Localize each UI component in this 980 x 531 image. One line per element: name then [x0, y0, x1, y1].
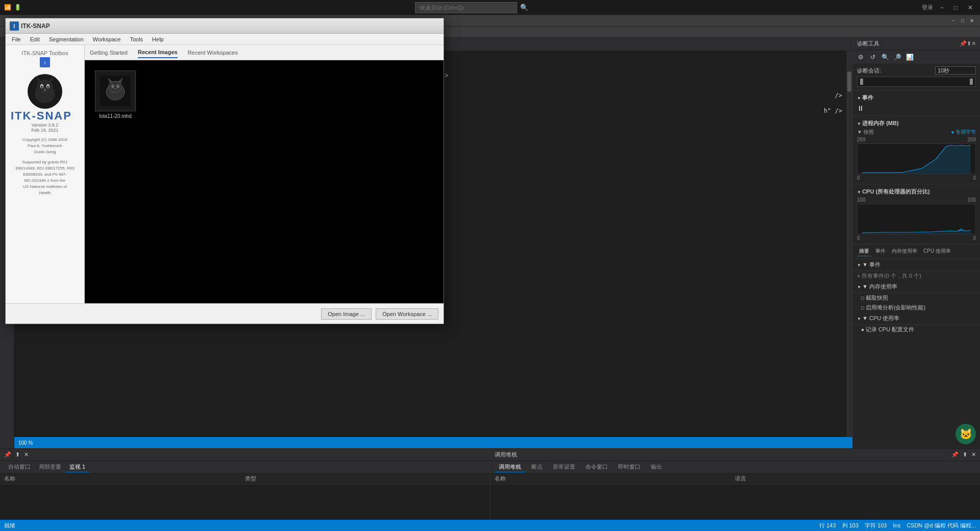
- taskbar-left: 📶 🔋: [4, 4, 21, 11]
- itk-menu-edit[interactable]: Edit: [26, 35, 44, 43]
- itk-close-btn[interactable]: ✕: [428, 20, 439, 32]
- login-label: 登录: [922, 4, 933, 11]
- auto-window-pin[interactable]: 📌: [4, 451, 11, 458]
- diag-events-title[interactable]: 事件: [857, 92, 976, 103]
- itk-tab-getting-started[interactable]: Getting Started: [90, 47, 128, 58]
- diag-pin-icon[interactable]: 📌: [960, 40, 967, 47]
- diag-zoomin-btn[interactable]: 🔍: [879, 52, 891, 63]
- callstack-pin[interactable]: 📌: [951, 451, 959, 458]
- diag-tab-events[interactable]: 事件: [873, 247, 888, 256]
- recent-image-item[interactable]: lola11-20.mhd: [95, 70, 136, 119]
- itk-menu-workspace[interactable]: Workspace: [89, 35, 125, 43]
- diag-memory-labels-top: 269 269: [857, 137, 976, 142]
- vs-maximize-btn[interactable]: □: [959, 17, 967, 25]
- open-image-btn[interactable]: Open Image ...: [321, 308, 372, 320]
- diag-memory-title[interactable]: 进程内存 (MB): [857, 118, 976, 129]
- code-scrollbar[interactable]: [846, 51, 852, 437]
- diag-mem-item2[interactable]: 启用堆分析(会影响性能): [853, 303, 980, 312]
- itk-menu-tools[interactable]: Tools: [126, 35, 147, 43]
- diag-cpu-title[interactable]: CPU (所有处理器的百分比): [857, 186, 976, 197]
- tab-auto[interactable]: 自动窗口: [4, 462, 35, 472]
- itk-date: Feb 19, 2021: [11, 128, 79, 133]
- svg-text:I: I: [44, 60, 46, 65]
- maximize-button[interactable]: □: [951, 3, 961, 12]
- itk-tab-recent-images[interactable]: Recent Images: [138, 47, 178, 58]
- diag-cpu-chart: [857, 204, 976, 234]
- itk-window-buttons[interactable]: − □ ✕: [404, 20, 439, 32]
- diag-float-icon[interactable]: ⬆: [967, 40, 971, 47]
- quick-launch-input[interactable]: [415, 2, 517, 13]
- auto-window-close[interactable]: ✕: [24, 451, 29, 458]
- tab-exception-settings[interactable]: 异常设置: [549, 462, 579, 472]
- tab-breakpoints[interactable]: 断点: [527, 462, 547, 472]
- itk-toolbox-label: ITK-SNAP Toolbox: [11, 50, 79, 56]
- diag-memory-labels-bottom: 0 0: [857, 175, 976, 181]
- itk-tab-recent-workspaces[interactable]: Recent Workspaces: [188, 47, 238, 58]
- tab-command-window[interactable]: 命令窗口: [581, 462, 612, 472]
- diag-cpu-label[interactable]: ▼ CPU 使用率: [853, 312, 980, 325]
- close-button[interactable]: ✕: [965, 3, 976, 12]
- mem-val-top-right: 269: [967, 137, 976, 142]
- zoom-bar: 100 %: [14, 437, 852, 448]
- open-workspace-btn[interactable]: Open Workspace ...: [376, 308, 438, 320]
- itk-menu-file[interactable]: File: [8, 35, 25, 43]
- vs-statusbar: 就绪 行 143 列 103 字符 103 Ins CSDN @d 编程 代码 …: [0, 520, 980, 531]
- diag-tab-summary[interactable]: 摘要: [857, 247, 871, 256]
- cpu-val-bottom-left: 0: [857, 235, 860, 241]
- svg-point-21: [111, 85, 114, 88]
- diag-cpu-chart-section: CPU (所有处理器的百分比) 100 100 0 0: [853, 184, 980, 245]
- auto-window-panel: 📌 ⬆ ✕ 自动窗口 局部变量 监视 1 名称 类型: [0, 449, 491, 520]
- tab-callstack[interactable]: 调用堆栈: [495, 462, 525, 472]
- search-icon: 🔍: [520, 4, 528, 11]
- diag-session-input[interactable]: [935, 66, 976, 75]
- diag-settings-btn[interactable]: ⚙: [855, 52, 866, 63]
- tab-watch1[interactable]: 监视 1: [65, 462, 89, 472]
- diag-mem-item1[interactable]: 截取快照: [853, 293, 980, 303]
- tab-locals[interactable]: 局部变量: [35, 462, 65, 472]
- itk-maximize-btn[interactable]: □: [416, 20, 427, 32]
- diag-memory-chart: [857, 143, 976, 174]
- diag-tab-cpu[interactable]: CPU 使用率: [921, 247, 953, 256]
- diag-tab-memory[interactable]: 内存使用率: [890, 247, 919, 256]
- svg-point-14: [47, 86, 49, 88]
- cpu-val-top-right: 100: [967, 197, 976, 203]
- diag-event-label[interactable]: ▼ 事件: [853, 259, 980, 271]
- vs-window-buttons[interactable]: − □ ✕: [949, 17, 976, 25]
- itk-grants: Supported by grants R01 EB014346, R01 EB…: [11, 159, 79, 196]
- diag-restart-btn[interactable]: ↺: [867, 52, 878, 63]
- timeline-left-handle[interactable]: [860, 79, 863, 85]
- callstack-close[interactable]: ✕: [971, 451, 976, 458]
- auto-window-tabs: 自动窗口 局部变量 监视 1: [0, 461, 490, 473]
- memory-svg: [857, 144, 975, 174]
- diag-mem-label[interactable]: ▼ 内存使用率: [853, 281, 980, 293]
- vs-close-btn[interactable]: ✕: [968, 17, 976, 25]
- vs-minimize-btn[interactable]: −: [949, 17, 958, 25]
- itk-image-area[interactable]: lola11-20.mhd: [85, 60, 444, 303]
- itk-cat-svg: [27, 74, 63, 109]
- auto-window-header: 📌 ⬆ ✕: [0, 449, 490, 461]
- itk-minimize-btn[interactable]: −: [404, 20, 415, 32]
- itk-menu-segmentation[interactable]: Segmentation: [45, 35, 88, 43]
- timeline-slider[interactable]: [857, 77, 976, 87]
- cpu-val-bottom-right: 0: [973, 235, 976, 241]
- callstack-float[interactable]: ⬆: [963, 451, 967, 458]
- auto-window-content: [0, 485, 490, 520]
- cpu-val-top-left: 100: [857, 197, 866, 203]
- diag-chart-btn[interactable]: 📊: [904, 52, 915, 63]
- diag-close-icon[interactable]: ✕: [971, 40, 976, 47]
- itk-titlebar: I ITK-SNAP − □ ✕: [6, 18, 444, 34]
- diag-zoomout-btn[interactable]: 🔎: [892, 52, 903, 63]
- auto-window-float[interactable]: ⬆: [15, 451, 20, 458]
- itk-menu: File Edit Segmentation Workspace Tools H…: [6, 34, 444, 45]
- itk-menu-help[interactable]: Help: [148, 35, 168, 43]
- itk-copyright: Copyright (C) 1998-2019 Paul A. Yushkevi…: [11, 137, 79, 155]
- tab-output[interactable]: 输出: [647, 462, 666, 472]
- callstack-content: [491, 485, 981, 520]
- itk-version: Version 3.8.2: [11, 123, 79, 128]
- diag-cpu-item1[interactable]: 记录 CPU 配置文件: [853, 325, 980, 334]
- diag-pause-btn[interactable]: ⏸: [857, 104, 864, 112]
- tab-immediate[interactable]: 即时窗口: [614, 462, 645, 472]
- timeline-right-handle[interactable]: [970, 79, 973, 85]
- auto-col-type: 类型: [245, 475, 486, 482]
- minimize-button[interactable]: −: [937, 3, 947, 12]
